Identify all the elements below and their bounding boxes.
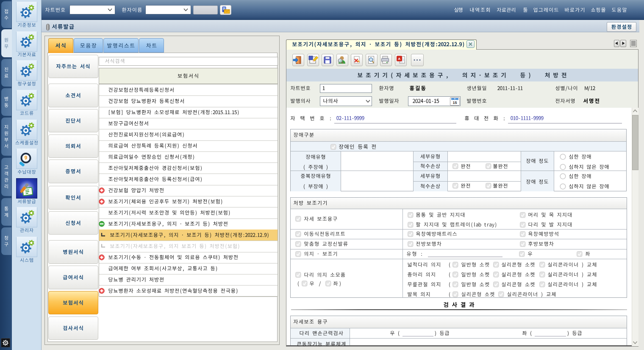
- svg-text:15: 15: [452, 101, 457, 105]
- svg-text:9: 9: [25, 155, 28, 161]
- svg-text:A: A: [398, 57, 401, 61]
